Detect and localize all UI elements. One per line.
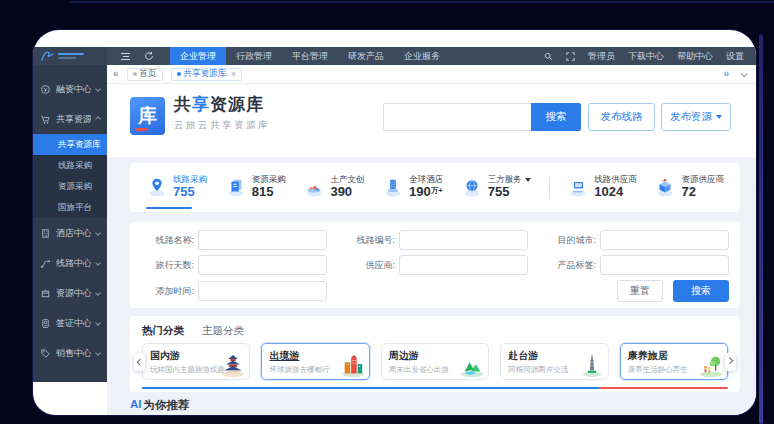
stat-global-hotels[interactable]: 全球酒店190万+ bbox=[382, 175, 443, 200]
menu-item-enterprise-mgmt[interactable]: 企业管理 bbox=[170, 47, 226, 65]
collapse-menu-icon[interactable] bbox=[121, 53, 130, 60]
global-search-button[interactable]: 搜索 bbox=[531, 103, 581, 131]
sidebar-item-resource-center[interactable]: 资源中心 bbox=[33, 278, 107, 308]
route-icon bbox=[40, 258, 51, 269]
submenu-item-resource-purchase[interactable]: 资源采购 bbox=[33, 176, 107, 197]
building-icon bbox=[382, 176, 404, 198]
settings-link[interactable]: 设置 bbox=[726, 50, 744, 63]
sidebar-item-financing-center[interactable]: 融资中心 bbox=[33, 74, 107, 104]
sidebar-item-label: 酒店中心 bbox=[56, 227, 91, 240]
tab-home[interactable]: 首页 bbox=[127, 68, 163, 81]
field-supplier: 供应商: bbox=[343, 255, 528, 275]
help-center-link[interactable]: 帮助中心 bbox=[677, 50, 713, 63]
passport-icon bbox=[40, 318, 51, 329]
stat-resource-purchase[interactable]: 资源采购815 bbox=[225, 175, 286, 200]
close-icon[interactable] bbox=[231, 70, 236, 79]
menu-item-platform-mgmt[interactable]: 平台管理 bbox=[282, 47, 338, 65]
sidebar-item-sales-center[interactable]: 销售中心 bbox=[33, 338, 107, 368]
stat-local-products[interactable]: 土产文创390 bbox=[303, 175, 364, 200]
category-card-wellness[interactable]: 康养旅居 康养生活静心养生 bbox=[620, 343, 728, 380]
chevron-down-icon bbox=[95, 260, 101, 266]
hotel-icon bbox=[40, 228, 51, 239]
temple-icon bbox=[219, 354, 247, 378]
tab-shared-resource-label: 共享资源库 bbox=[184, 68, 227, 80]
travel-days-input[interactable] bbox=[198, 255, 327, 275]
sidebar-item-label: 线路中心 bbox=[56, 257, 91, 270]
menu-item-admin-mgmt[interactable]: 行政管理 bbox=[226, 47, 282, 65]
tab-dot bbox=[177, 72, 181, 76]
product-tag-input[interactable] bbox=[600, 255, 729, 275]
field-label: 添加时间: bbox=[142, 285, 194, 298]
top-navbar-right: 管理员 下载中心 帮助中心 设置 bbox=[544, 50, 756, 63]
plate-icon bbox=[303, 176, 325, 198]
tab-theme-categories[interactable]: 主题分类 bbox=[202, 324, 244, 338]
sidebar-item-visa-center[interactable]: 签证中心 bbox=[33, 308, 107, 338]
top-navbar: 企业管理 行政管理 平台管理 研发产品 企业服务 管理员 下载中心 帮助中心 设… bbox=[33, 47, 756, 65]
logo-red-accent bbox=[135, 128, 148, 131]
route-no-input[interactable] bbox=[399, 230, 528, 250]
sidebar-item-label: 销售中心 bbox=[56, 347, 91, 360]
reset-button[interactable]: 重置 bbox=[617, 280, 663, 302]
stat-value: 390 bbox=[330, 185, 364, 200]
tab-home-label: 首页 bbox=[140, 68, 157, 80]
search-icon[interactable] bbox=[544, 52, 553, 61]
field-label: 目的城市: bbox=[544, 234, 596, 247]
submenu-item-shared-resource-library[interactable]: 共享资源库 bbox=[33, 134, 107, 155]
category-card-domestic[interactable]: 国内游 玩转国内主题旅游线路 bbox=[142, 343, 250, 380]
sidebar: 融资中心 共享资源库 共享资源库 线路采购 资源采购 国旅平台 酒店中心 线路中… bbox=[33, 65, 107, 382]
form-search-button[interactable]: 搜索 bbox=[673, 280, 729, 302]
stat-third-party-services[interactable]: 三方服务755 bbox=[461, 175, 531, 200]
laptop-icon bbox=[567, 176, 589, 198]
dropdown-caret-icon bbox=[525, 178, 531, 182]
stat-route-purchase[interactable]: 线路采购755 bbox=[146, 175, 207, 200]
stat-value: 755 bbox=[488, 185, 531, 200]
field-route-name: 线路名称: bbox=[142, 230, 327, 250]
route-name-input[interactable] bbox=[198, 230, 327, 250]
carousel-next-button[interactable] bbox=[725, 353, 736, 371]
tab-shared-resource-library[interactable]: 共享资源库 bbox=[171, 68, 243, 81]
user-admin-link[interactable]: 管理员 bbox=[588, 50, 615, 63]
collapse-sidebar-icon[interactable] bbox=[113, 69, 119, 79]
chevron-down-icon[interactable] bbox=[741, 70, 748, 77]
carousel-prev-button[interactable] bbox=[134, 353, 145, 371]
stat-resource-suppliers[interactable]: 资源供应商72 bbox=[654, 175, 724, 200]
cart-icon bbox=[40, 114, 51, 125]
menu-item-rd-product[interactable]: 研发产品 bbox=[338, 47, 394, 65]
stat-value: 815 bbox=[252, 185, 286, 200]
stat-value: 1024 bbox=[594, 185, 637, 200]
page-title: 共享资源库 bbox=[174, 93, 264, 116]
submenu-item-platform[interactable]: 国旅平台 bbox=[33, 197, 107, 218]
ai-recommend-heading: AI 为你推荐 bbox=[130, 398, 190, 413]
stat-route-suppliers[interactable]: 线路供应商1024 bbox=[567, 175, 637, 200]
category-card-outbound[interactable]: 出境游 环球旅游去哪都行 bbox=[261, 343, 369, 380]
field-label: 供应商: bbox=[343, 259, 395, 272]
field-label: 线路编号: bbox=[343, 234, 395, 247]
add-time-input[interactable] bbox=[198, 281, 327, 301]
submenu-item-route-purchase[interactable]: 线路采购 bbox=[33, 155, 107, 176]
sidebar-item-label: 融资中心 bbox=[56, 83, 91, 96]
tab-hot-categories[interactable]: 热门分类 bbox=[142, 324, 184, 338]
top-menu: 企业管理 行政管理 平台管理 研发产品 企业服务 bbox=[170, 47, 450, 65]
category-card-nearby[interactable]: 周边游 周末出发省心出游 bbox=[381, 343, 489, 380]
fullscreen-icon[interactable] bbox=[566, 52, 575, 61]
supplier-input[interactable] bbox=[399, 255, 528, 275]
publish-resource-button[interactable]: 发布资源 bbox=[661, 103, 731, 131]
publish-route-button[interactable]: 发布线路 bbox=[588, 103, 655, 131]
global-search-input[interactable] bbox=[383, 103, 531, 131]
sidebar-item-route-center[interactable]: 线路中心 bbox=[33, 248, 107, 278]
globe-icon bbox=[461, 176, 483, 198]
sidebar-item-label: 资源中心 bbox=[56, 287, 91, 300]
sidebar-item-shared-resource-library[interactable]: 共享资源库 bbox=[33, 104, 107, 134]
tabs-forward-icon[interactable] bbox=[723, 69, 729, 79]
sidebar-item-hotel-center[interactable]: 酒店中心 bbox=[33, 218, 107, 248]
chevron-left-icon bbox=[137, 359, 144, 366]
menu-item-enterprise-service[interactable]: 企业服务 bbox=[394, 47, 450, 65]
chevron-up-icon bbox=[95, 116, 101, 122]
publish-resource-label: 发布资源 bbox=[670, 110, 712, 124]
tree-people-icon bbox=[697, 354, 725, 378]
category-card-taiwan[interactable]: 赴台游 同根同源两岸交流 bbox=[500, 343, 608, 380]
refresh-icon[interactable] bbox=[144, 51, 154, 61]
carousel-scrollbar[interactable] bbox=[142, 387, 728, 389]
download-center-link[interactable]: 下载中心 bbox=[628, 50, 664, 63]
dest-city-input[interactable] bbox=[600, 230, 729, 250]
